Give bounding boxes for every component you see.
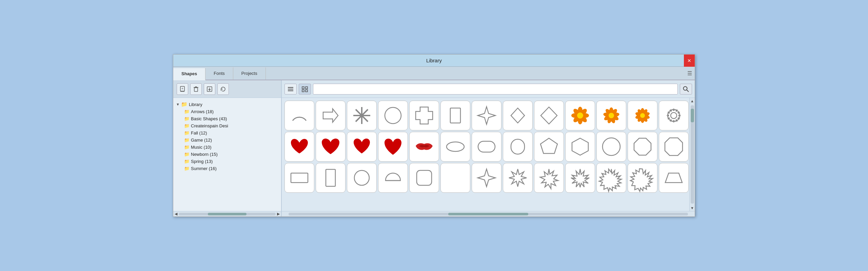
tree-item-spring[interactable]: 📁 Spring (13) [175,158,280,165]
shape-heart1[interactable] [284,132,314,162]
tree-root-label: Library [189,102,202,107]
tree-item-label: Newborn (15) [191,152,218,157]
shape-half-circle[interactable] [378,163,408,193]
delete-button[interactable] [190,83,202,95]
list-view-button[interactable] [284,84,297,95]
shape-arc[interactable] [284,101,314,130]
shape-4star[interactable] [472,101,501,130]
hscroll-left-arrow[interactable]: ◀ [175,212,177,216]
shape-asterisk[interactable] [347,101,377,130]
shape-diamond-sm[interactable] [503,101,533,130]
tree-item-label: Basic Shapes (43) [191,116,227,121]
tabs-bar: Shapes Fonts Projects ☰ [173,67,695,80]
shape-empty-3-6[interactable] [440,163,470,193]
grid-view-button[interactable] [299,84,311,95]
svg-marker-76 [509,169,527,187]
svg-marker-27 [478,107,495,124]
window-title: Library [426,58,442,63]
tree-item-summer[interactable]: 📁 Summer (16) [175,165,280,172]
search-input[interactable] [316,86,675,91]
shape-arrow-right[interactable] [316,101,346,130]
vscroll-down-arrow[interactable]: ▼ [689,205,695,211]
refresh-button[interactable] [217,83,229,95]
shape-flower-orange1[interactable] [565,101,595,130]
shape-star9[interactable] [596,163,626,193]
tree-item-music[interactable]: 📁 Music (10) [175,144,280,151]
tab-shapes[interactable]: Shapes [173,68,205,80]
shape-trapezoid[interactable] [659,163,689,193]
shape-gear[interactable] [659,101,689,130]
shape-heart4[interactable] [378,132,408,162]
main-hscroll-thumb[interactable] [448,213,528,215]
hscroll-thumb[interactable] [208,213,246,215]
tree-item-createinspain[interactable]: 📁 Createinspain Desi [175,122,280,129]
svg-rect-15 [302,90,304,92]
search-button[interactable] [680,84,692,95]
shape-heart3[interactable] [347,132,377,162]
sidebar-tree: ▼ 📁 Library 📁 Arrows (18) 📁 Basic Shapes… [173,98,281,175]
shape-rect-portrait[interactable] [316,163,346,193]
shape-hexagon[interactable] [565,132,595,162]
svg-line-18 [687,90,689,92]
svg-rect-3 [194,88,198,91]
tab-projects[interactable]: Projects [233,67,266,80]
shape-octagon-lg[interactable] [659,132,689,162]
title-bar: Library ✕ [173,55,695,67]
shape-diamond-lg[interactable] [534,101,564,130]
shape-oval[interactable] [440,132,470,162]
shape-flower-orange2[interactable] [596,101,626,130]
shape-star6[interactable] [503,163,533,193]
shape-star4-outline[interactable] [472,163,501,193]
shape-star10[interactable] [628,163,657,193]
folder-icon: 📁 [184,109,190,114]
tree-item-basic-shapes[interactable]: 📁 Basic Shapes (43) [175,115,280,122]
folder-icon: 📁 [184,116,190,121]
shape-flower-orange3[interactable] [628,101,657,130]
shape-rounded-square[interactable] [409,163,439,193]
tree-item-fall[interactable]: 📁 Fall (12) [175,129,280,137]
shape-rect-landscape[interactable] [284,163,314,193]
shape-heart2[interactable] [316,132,346,162]
shape-circle[interactable] [378,101,408,130]
tree-item-arrows[interactable]: 📁 Arrows (18) [175,108,280,115]
tree-root-library[interactable]: ▼ 📁 Library [175,101,280,108]
main-hscroll-track[interactable] [289,213,688,215]
shape-rounded-rect2[interactable] [503,132,533,162]
tab-fonts[interactable]: Fonts [205,67,233,80]
shape-rounded-rect1[interactable] [472,132,501,162]
vscroll-track[interactable] [691,105,694,204]
vscroll-thumb[interactable] [691,109,694,122]
shape-octagon-sm[interactable] [628,132,657,162]
sidebar: + ▼ 📁 Library [173,80,282,216]
tree-item-game[interactable]: 📁 Game (12) [175,137,280,144]
hscroll-right-arrow[interactable]: ▶ [277,212,280,216]
vscroll-up-arrow[interactable]: ▲ [689,98,695,104]
import-button[interactable] [204,83,215,95]
shape-rectangle-tall[interactable] [440,101,470,130]
content-area: + ▼ 📁 Library [173,80,695,216]
svg-rect-26 [450,108,460,123]
shape-cross[interactable] [409,101,439,130]
shape-star7[interactable] [534,163,564,193]
tree-item-newborn[interactable]: 📁 Newborn (15) [175,151,280,158]
shape-circle-outline[interactable] [347,163,377,193]
tree-item-label: Arrows (18) [191,109,214,114]
add-button[interactable]: + [177,83,188,95]
shapes-area[interactable] [282,98,689,211]
main-panel: ▲ ▼ [282,80,695,216]
svg-rect-74 [417,170,432,185]
svg-marker-28 [511,108,525,123]
folder-icon: 📁 [184,145,190,150]
tab-menu-icon[interactable]: ☰ [687,70,692,77]
close-button[interactable]: ✕ [684,55,695,67]
shape-lips[interactable] [409,132,439,162]
sidebar-tree-container: ▼ 📁 Library 📁 Arrows (18) 📁 Basic Shapes… [173,98,281,211]
shape-pentagon[interactable] [534,132,564,162]
hscroll-track[interactable] [179,213,276,215]
svg-marker-78 [571,169,589,187]
main-toolbar [282,80,695,98]
shape-star8[interactable] [565,163,595,193]
tree-item-label: Summer (16) [191,166,217,171]
shape-circle-lg[interactable] [596,132,626,162]
svg-rect-63 [478,141,495,152]
